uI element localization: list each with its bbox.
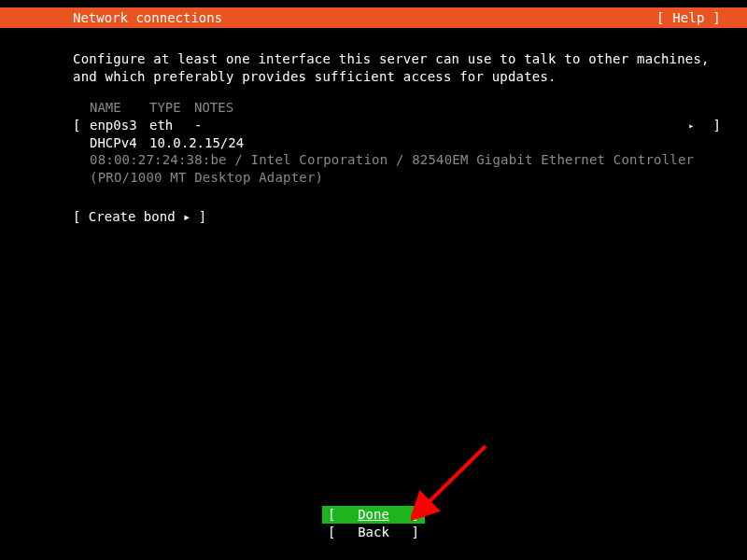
create-bond-button[interactable]: [ Create bond ▸ ] <box>73 209 721 224</box>
dhcp-ip: 10.0.2.15/24 <box>149 134 244 152</box>
col-name-header: NAME <box>90 99 149 117</box>
done-label: Done <box>358 506 389 524</box>
help-button[interactable]: [ Help ] <box>656 10 721 25</box>
back-button[interactable]: [ Back ] <box>322 524 425 541</box>
col-type-header: TYPE <box>149 99 194 117</box>
dhcp-row: DHCPv4 10.0.2.15/24 <box>73 134 721 152</box>
done-button[interactable]: [ Done ] <box>322 506 425 524</box>
bracket-open: [ <box>322 506 335 524</box>
interfaces-table: NAME TYPE NOTES [ enp0s3 eth - ▸ ] DHCPv… <box>73 99 721 187</box>
bracket-close: ] <box>412 506 425 524</box>
back-label: Back <box>358 524 389 541</box>
bracket-close: ] <box>705 117 721 134</box>
bracket-close: ] <box>412 524 425 541</box>
interface-details: 08:00:27:24:38:be / Intel Corporation / … <box>73 151 721 187</box>
bracket-open: [ <box>73 117 90 134</box>
interface-type: eth <box>149 117 194 134</box>
page-title: Network connections <box>73 10 222 25</box>
interface-notes: - <box>194 117 688 134</box>
col-notes-header: NOTES <box>194 99 721 117</box>
table-header: NAME TYPE NOTES <box>73 99 721 117</box>
description-text: Configure at least one interface this se… <box>73 50 721 86</box>
interface-row[interactable]: [ enp0s3 eth - ▸ ] <box>73 117 721 134</box>
dhcp-label: DHCPv4 <box>90 134 149 152</box>
bracket-open: [ <box>322 524 335 541</box>
chevron-right-icon: ▸ <box>688 117 705 134</box>
title-bar: Network connections [ Help ] <box>0 7 747 28</box>
main-content: Configure at least one interface this se… <box>73 37 721 560</box>
interface-name: enp0s3 <box>90 117 149 134</box>
footer-buttons: [ Done ] [ Back ] <box>0 506 747 541</box>
